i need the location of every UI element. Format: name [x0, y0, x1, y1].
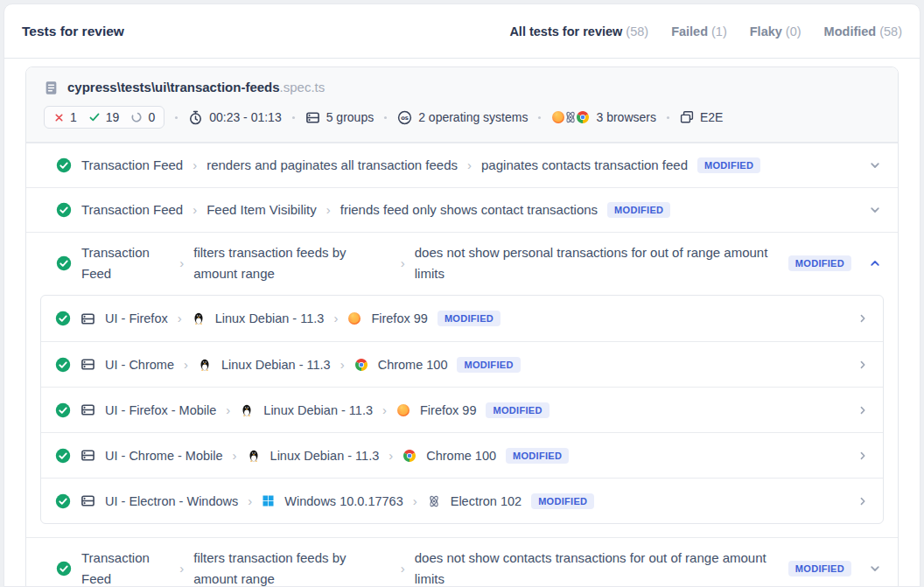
breadcrumb-separator [248, 493, 252, 509]
electron-icon [427, 494, 441, 508]
status-passed-icon [55, 311, 71, 326]
open-run-button[interactable] [857, 495, 869, 507]
status-badge: MODIFIED [607, 202, 670, 218]
status-badge: MODIFIED [438, 311, 500, 326]
failed-count: 1 [53, 110, 77, 124]
breadcrumb-separator [333, 311, 338, 326]
os-stat: 2 operating systems [397, 110, 528, 125]
spec-header: cypress\tests\ui\transaction-feeds.spec.… [26, 67, 898, 143]
group-icon [80, 311, 95, 326]
status-passed-icon [55, 493, 71, 509]
status-badge: MODIFIED [506, 448, 569, 464]
browsers-stat: 3 browsers [551, 110, 655, 124]
expand-button[interactable] [868, 562, 882, 576]
tab-all-tests[interactable]: All tests for review(58) [509, 24, 648, 38]
run-group: UI - Chrome [105, 358, 174, 372]
tab-label: Modified [824, 24, 877, 38]
test-row-expanded: Transaction Feed filters transaction fee… [26, 232, 898, 524]
run-group: UI - Firefox [105, 311, 168, 325]
dot-separator [292, 116, 295, 119]
expand-button[interactable] [868, 158, 882, 172]
dot-separator [175, 116, 178, 119]
chrome-icon [576, 110, 590, 124]
group-icon [80, 448, 95, 463]
tab-label: Flaky [750, 24, 782, 38]
run-row[interactable]: UI - Chrome - Mobile Linux Debian - 11.3… [41, 432, 883, 478]
open-run-button[interactable] [857, 450, 869, 462]
tab-modified[interactable]: Modified(58) [824, 24, 902, 38]
run-os: Linux Debian - 11.3 [221, 358, 331, 372]
test-row-header[interactable]: Transaction Feed filters transaction fee… [26, 538, 898, 587]
status-passed-icon [56, 202, 72, 218]
test-row-header[interactable]: Transaction Feed renders and paginates a… [26, 143, 898, 187]
run-row[interactable]: UI - Firefox - Mobile Linux Debian - 11.… [41, 387, 883, 432]
test-crumb: renders and paginates all transaction fe… [206, 155, 458, 176]
breadcrumb-separator [413, 493, 417, 509]
status-passed-icon [55, 357, 71, 373]
linux-icon [240, 403, 254, 417]
tab-flaky[interactable]: Flaky(0) [750, 24, 802, 38]
linux-icon [198, 358, 212, 372]
run-row[interactable]: UI - Firefox Linux Debian - 11.3 Firefox… [41, 296, 883, 341]
breadcrumb-separator [179, 561, 184, 577]
run-browser: Electron 102 [451, 494, 522, 508]
breadcrumb-separator [382, 402, 387, 418]
firefox-icon [347, 311, 361, 325]
expand-button[interactable] [868, 203, 882, 217]
chevron-right-icon [857, 450, 869, 462]
status-passed-icon [55, 402, 71, 418]
passed-count: 19 [88, 110, 120, 124]
open-run-button[interactable] [857, 359, 869, 371]
test-row-header[interactable]: Transaction Feed Feed Item Visibility fr… [26, 188, 898, 232]
status-badge: MODIFIED [788, 255, 851, 271]
run-os: Linux Debian - 11.3 [215, 311, 325, 325]
skipped-count: 0 [130, 110, 155, 124]
run-row[interactable]: UI - Electron - Windows Windows 10.0.177… [41, 478, 883, 523]
spec-file-name: cypress\tests\ui\transaction-feeds [67, 80, 280, 94]
breadcrumb-separator [340, 357, 345, 373]
status-passed-icon [56, 561, 72, 577]
chevron-right-icon [857, 359, 869, 371]
run-type-stat: E2E [680, 110, 723, 124]
tab-count: (0) [786, 24, 802, 38]
os-icon [397, 110, 412, 125]
chevron-down-icon [868, 158, 882, 172]
tab-failed[interactable]: Failed(1) [671, 24, 727, 38]
dot-separator [667, 116, 669, 119]
chrome-icon [402, 449, 416, 463]
run-browser: Chrome 100 [378, 358, 448, 372]
tab-count: (1) [711, 24, 727, 38]
breadcrumb-separator [401, 561, 405, 577]
breadcrumb-separator [467, 157, 472, 173]
group-icon [80, 357, 95, 372]
test-crumb: does not show personal transactions for … [415, 242, 779, 284]
run-row[interactable]: UI - Chrome Linux Debian - 11.3 Chrome 1… [41, 341, 883, 387]
run-group: UI - Firefox - Mobile [105, 403, 216, 417]
chevron-right-icon [857, 312, 869, 325]
dot-separator [538, 116, 541, 119]
test-crumb: Transaction Feed [81, 199, 183, 220]
run-os: Windows 10.0.17763 [284, 494, 402, 508]
fail-x-icon [53, 112, 65, 123]
open-run-button[interactable] [857, 404, 869, 416]
run-list: UI - Firefox Linux Debian - 11.3 Firefox… [40, 295, 884, 524]
run-browser: Firefox 99 [420, 403, 476, 417]
test-crumb: Feed Item Visibility [206, 199, 317, 220]
group-icon [80, 402, 95, 417]
groups-icon [305, 110, 320, 125]
breadcrumb-separator [184, 357, 188, 373]
test-row-header[interactable]: Transaction Feed filters transaction fee… [26, 233, 898, 294]
open-run-button[interactable] [857, 312, 869, 325]
e2e-icon [680, 110, 694, 124]
spec-file: cypress\tests\ui\transaction-feeds.spec.… [44, 80, 880, 95]
status-passed-icon [56, 255, 72, 271]
test-crumb: does not show contacts transactions for … [415, 548, 779, 587]
chevron-down-icon [868, 203, 882, 217]
test-crumb: Transaction Feed [81, 155, 183, 176]
run-os: Linux Debian - 11.3 [263, 403, 373, 417]
breadcrumb-separator [226, 402, 230, 418]
collapse-button[interactable] [868, 256, 882, 270]
linux-icon [192, 311, 206, 325]
chevron-right-icon [857, 495, 869, 507]
test-crumb: filters transaction feeds by amount rang… [193, 548, 391, 587]
